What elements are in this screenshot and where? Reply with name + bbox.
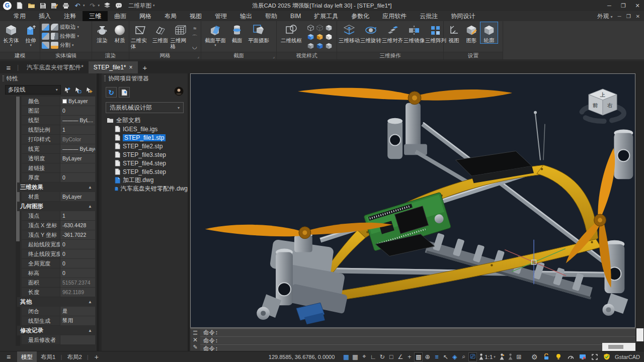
property-row[interactable]: 顶点 Y 坐标 ▲ 顶点 Y 坐标 -361.7022 xyxy=(22,230,95,240)
ribbon-tab[interactable]: 视图 xyxy=(183,11,208,21)
ribbon-tab[interactable]: 插入 xyxy=(32,11,57,21)
grid-snap-icon[interactable]: ▦ xyxy=(342,352,350,361)
undo-icon[interactable]: ↶ xyxy=(73,2,82,10)
property-row[interactable]: 面积 ▲ 面积 51557.2374 xyxy=(22,278,95,288)
ribbon-tab[interactable]: 常用 xyxy=(7,11,32,21)
sync-button[interactable]: ↻ xyxy=(106,87,117,98)
toggle-pickadd-icon[interactable] xyxy=(85,85,94,95)
command-hscrollbar[interactable] xyxy=(602,343,635,351)
property-row[interactable]: 打印样式 ▲ 打印样式 ByColor xyxy=(22,135,95,144)
layers-stack-icon[interactable] xyxy=(103,2,111,10)
new-file-icon[interactable] xyxy=(16,2,24,10)
performance-gauge-icon[interactable] xyxy=(567,352,575,361)
ribbon-tab[interactable]: 管理 xyxy=(208,11,233,21)
monitor-alert-icon[interactable] xyxy=(579,352,587,361)
layout2-tab[interactable]: 布局2 xyxy=(63,351,86,362)
section-button[interactable]: 截面 xyxy=(228,22,246,43)
property-row[interactable]: 闭合 ▲ 闭合 是 xyxy=(22,307,95,316)
tree-root-folder[interactable]: 全部文档 xyxy=(102,116,188,125)
hatch-display-icon[interactable]: ▩ xyxy=(414,352,423,361)
settings-gear-icon[interactable]: ⚙ xyxy=(530,352,539,361)
move3d-button[interactable]: 三维移动 xyxy=(339,22,360,43)
ribbon-tab[interactable]: BIM xyxy=(284,11,307,21)
property-row[interactable]: 标高 ▲ 标高 0 xyxy=(22,268,95,278)
style-sketchy-icon[interactable] xyxy=(325,42,333,50)
ribbon-minimize-icon[interactable]: ─ xyxy=(618,14,621,19)
minimize-button[interactable]: ─ xyxy=(606,3,613,9)
workspace-table-icon[interactable]: ⊞ xyxy=(515,352,523,361)
ortho-icon[interactable]: ∟ xyxy=(369,352,377,361)
annotation-auto-icon[interactable] xyxy=(506,352,515,361)
ribbon-tab[interactable]: 参数化 xyxy=(345,11,376,21)
property-value[interactable]: ——— ByLayer xyxy=(60,144,95,154)
ribbon-tab[interactable]: 布局 xyxy=(158,11,183,21)
extrude-face-button[interactable]: 拉伸面 xyxy=(60,33,76,40)
property-value[interactable]: 962.1189 xyxy=(60,288,95,297)
doc-close-icon[interactable]: ✕ xyxy=(636,14,640,19)
property-value[interactable]: ——— ByL... xyxy=(60,116,95,125)
property-value[interactable]: -630.4428 xyxy=(60,221,95,230)
style-hidden-icon[interactable] xyxy=(315,24,324,32)
command-close-icon[interactable]: ✕ xyxy=(193,337,198,342)
object-snap-icon[interactable]: □ xyxy=(387,352,395,361)
array3d-button[interactable]: 三维阵列 xyxy=(425,22,446,43)
edge-mesh-icon[interactable]: ⌒ xyxy=(190,33,199,41)
property-value[interactable]: 0 xyxy=(60,106,95,116)
tree-file-item[interactable]: STEP_file3.step xyxy=(102,150,188,159)
split-button[interactable]: 分割 xyxy=(60,42,70,49)
tree-file-item[interactable]: 加工图.dwg xyxy=(102,176,188,185)
style-realistic-icon[interactable] xyxy=(315,33,324,41)
annotation-visibility-icon[interactable] xyxy=(498,352,506,361)
extrude-button[interactable]: 拉伸▾ xyxy=(21,22,40,47)
property-value[interactable]: 0 xyxy=(60,240,95,249)
section-plane-button[interactable]: 截面平面▾ xyxy=(203,22,228,47)
snap-mode-icon[interactable]: ⌖ xyxy=(360,352,368,361)
ribbon-tab[interactable]: 三维 xyxy=(83,11,108,21)
appearance-menu[interactable]: 外观 ▾ xyxy=(597,13,612,20)
workspace-dropdown-icon[interactable]: ▾ xyxy=(153,4,155,8)
mirror3d-button[interactable]: 三维镜像 xyxy=(404,22,425,43)
subtract-icon[interactable] xyxy=(42,33,49,40)
coordinates-display[interactable]: 129.8585, 36.6786, 0.0000 xyxy=(269,354,342,360)
doc-menu-icon[interactable]: ≡ xyxy=(0,63,17,72)
property-value[interactable]: ByColor xyxy=(60,135,95,144)
save-icon[interactable] xyxy=(39,2,47,10)
redo-icon[interactable]: ↷ xyxy=(89,2,97,10)
mesh-dialog-launcher-icon[interactable]: ⌟ xyxy=(197,54,199,59)
property-row[interactable]: 修改记录 ▲ 修改记录 xyxy=(17,326,95,335)
union-icon[interactable] xyxy=(42,24,49,31)
viewcube-right-label[interactable]: 右 xyxy=(607,103,613,108)
view-settings-button[interactable]: 视图 xyxy=(445,22,462,43)
property-row[interactable]: 三维效果 ▲ 三维效果 xyxy=(17,183,95,192)
properties-scrollbar[interactable] xyxy=(16,97,20,346)
grid-display-icon[interactable]: ▦ xyxy=(351,352,359,361)
property-row[interactable]: 线型生成 ▲ 线型生成 禁用 xyxy=(22,316,95,326)
graphics-settings-button[interactable]: 图形 xyxy=(463,22,480,43)
property-row[interactable]: 颜色 ▲ 颜色 ByLayer xyxy=(22,97,95,106)
dynamic-input-icon[interactable]: ⊕ xyxy=(423,352,432,361)
ribbon-tab[interactable]: 曲面 xyxy=(108,11,133,21)
property-row[interactable]: 线宽 ▲ 线宽 ——— ByLayer xyxy=(22,144,95,154)
fillet-edge-icon[interactable] xyxy=(51,24,58,31)
doc-restore-icon[interactable]: ❐ xyxy=(626,14,631,19)
ribbon-tab[interactable]: 网格 xyxy=(133,11,158,21)
app-logo[interactable]: G xyxy=(3,2,12,10)
property-value[interactable] xyxy=(60,163,95,173)
open-file-icon[interactable] xyxy=(27,2,35,10)
collapse-arrow-icon[interactable]: ▲ xyxy=(88,300,92,304)
redo-dropdown-icon[interactable]: ▾ xyxy=(98,4,100,8)
property-value[interactable]: 0 xyxy=(60,249,95,259)
property-value[interactable] xyxy=(60,335,95,345)
property-row[interactable]: 起始线段宽度 ▲ 起始线段宽度 0 xyxy=(22,240,95,249)
command-vscrollbar[interactable] xyxy=(636,328,643,341)
property-value[interactable]: 1 xyxy=(60,211,95,221)
team-select[interactable]: 浩辰机械设计部▾ xyxy=(106,102,184,113)
layout1-tab[interactable]: 布局1 xyxy=(37,351,59,362)
box-button[interactable]: 长方体▾ xyxy=(2,22,21,47)
property-row[interactable]: 最后修改者 ▲ 最后修改者 xyxy=(22,335,95,345)
collapse-arrow-icon[interactable]: ▲ xyxy=(88,204,92,209)
style-shades-icon[interactable] xyxy=(306,42,315,50)
angle-snap-icon[interactable]: ∠ xyxy=(396,352,405,361)
annotation-scale[interactable]: 1:1▾ xyxy=(477,353,498,360)
hscrollbar-thumb[interactable] xyxy=(608,345,623,349)
